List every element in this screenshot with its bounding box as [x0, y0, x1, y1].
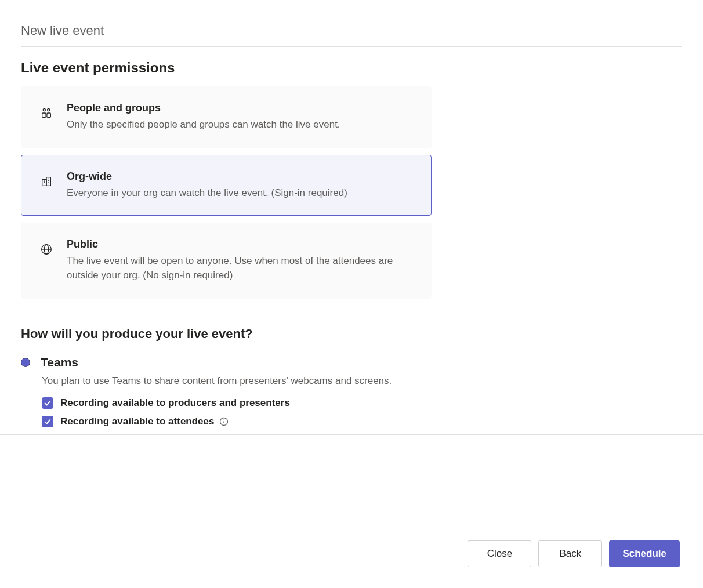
svg-point-1	[48, 108, 50, 111]
people-groups-icon	[39, 106, 54, 121]
divider	[0, 434, 703, 435]
info-icon[interactable]	[219, 416, 229, 427]
production-section: How will you produce your live event? Te…	[21, 326, 682, 427]
production-heading: How will you produce your live event?	[21, 326, 682, 342]
production-option-label: Teams	[41, 355, 78, 369]
checkbox-recording-producers[interactable]: Recording available to producers and pre…	[42, 397, 682, 409]
checkbox-recording-attendees[interactable]: Recording available to attendees	[42, 416, 682, 427]
permission-option-public[interactable]: Public The live event will be open to an…	[21, 223, 432, 298]
radio-selected-icon	[21, 358, 30, 367]
checkbox-checked-icon	[42, 397, 53, 409]
permissions-options: People and groups Only the specified peo…	[21, 86, 432, 299]
checkbox-label: Recording available to attendees	[60, 416, 214, 427]
permission-desc: Only the specified people and groups can…	[67, 118, 414, 132]
permission-option-org-wide[interactable]: Org-wide Everyone in your org can watch …	[21, 155, 432, 216]
schedule-button[interactable]: Schedule	[609, 540, 680, 567]
production-option-teams[interactable]: Teams	[21, 355, 682, 369]
permissions-heading: Live event permissions	[21, 60, 682, 76]
checkbox-checked-icon	[42, 416, 53, 427]
permission-title: People and groups	[67, 102, 414, 114]
building-icon	[39, 174, 54, 189]
production-option-desc: You plan to use Teams to share content f…	[42, 375, 682, 387]
svg-rect-3	[47, 113, 50, 117]
permission-option-people-groups[interactable]: People and groups Only the specified peo…	[21, 86, 432, 148]
permission-title: Public	[67, 238, 414, 251]
checkbox-label: Recording available to producers and pre…	[60, 397, 290, 409]
close-button[interactable]: Close	[468, 540, 531, 567]
svg-point-0	[43, 108, 45, 111]
dialog-title: New live event	[21, 23, 682, 47]
footer-actions: Close Back Schedule	[468, 540, 680, 567]
back-button[interactable]: Back	[538, 540, 602, 567]
permission-desc: Everyone in your org can watch the live …	[67, 186, 414, 201]
permission-title: Org-wide	[67, 170, 414, 183]
svg-rect-2	[42, 113, 46, 117]
globe-icon	[39, 242, 54, 257]
permission-desc: The live event will be open to anyone. U…	[67, 254, 414, 282]
svg-point-16	[224, 419, 224, 420]
